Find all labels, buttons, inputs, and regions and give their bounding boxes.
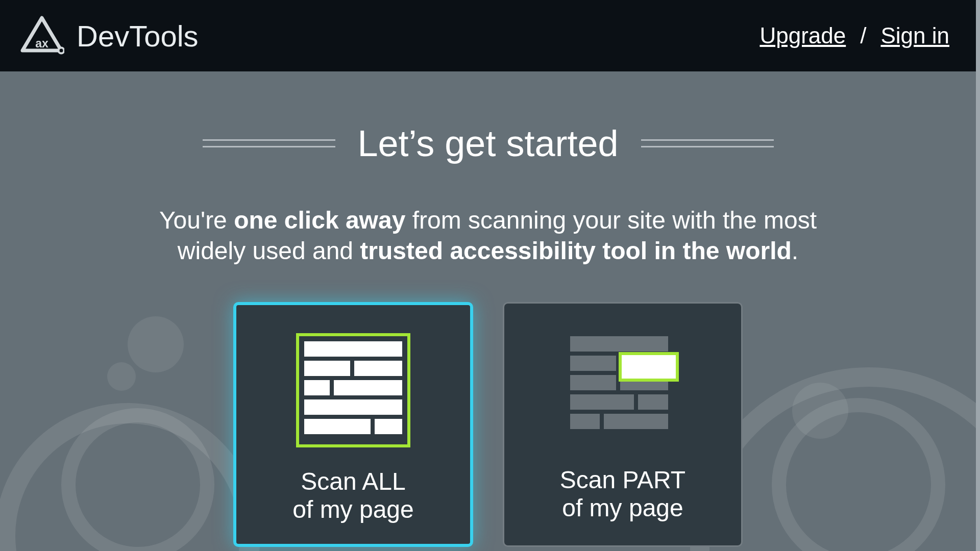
svg-rect-15: [570, 394, 634, 410]
svg-rect-8: [304, 399, 402, 415]
svg-rect-4: [304, 361, 350, 376]
svg-rect-3: [304, 341, 402, 357]
svg-rect-16: [638, 394, 668, 410]
svg-text:ax: ax: [35, 37, 48, 50]
scan-part-card[interactable]: Scan PART of my page: [503, 302, 743, 547]
scan-all-icon: [295, 332, 412, 449]
signin-link[interactable]: Sign in: [880, 23, 949, 48]
upgrade-link[interactable]: Upgrade: [760, 23, 846, 48]
title-row: Let’s get started: [203, 122, 774, 164]
header: ax DevTools Upgrade / Sign in: [0, 0, 980, 71]
svg-rect-10: [375, 419, 402, 434]
brand-name: DevTools: [77, 19, 199, 53]
subtitle: You're one click away from scanning your…: [146, 205, 830, 266]
rule-right: [641, 139, 774, 147]
brand: ax DevTools: [19, 15, 199, 57]
main: Let’s get started You're one click away …: [0, 71, 980, 551]
svg-point-1: [59, 48, 64, 54]
svg-rect-5: [354, 361, 402, 376]
svg-rect-14: [570, 375, 616, 390]
page-title: Let’s get started: [358, 122, 619, 164]
svg-rect-7: [334, 380, 402, 395]
scan-part-icon: [564, 330, 681, 447]
scan-part-label: Scan PART of my page: [560, 466, 685, 522]
scan-option-cards: Scan ALL of my page: [233, 302, 743, 547]
scan-all-label: Scan ALL of my page: [292, 467, 413, 523]
svg-rect-12: [570, 356, 616, 371]
rule-left: [203, 139, 335, 147]
svg-rect-18: [604, 414, 668, 429]
axe-logo-icon: ax: [19, 15, 64, 57]
svg-rect-9: [304, 419, 371, 434]
scan-all-card[interactable]: Scan ALL of my page: [233, 302, 473, 547]
svg-rect-17: [570, 414, 600, 429]
svg-rect-19: [620, 354, 677, 380]
header-links: Upgrade / Sign in: [760, 23, 949, 48]
svg-rect-6: [304, 380, 330, 395]
header-separator: /: [860, 23, 866, 48]
svg-rect-11: [570, 336, 668, 352]
